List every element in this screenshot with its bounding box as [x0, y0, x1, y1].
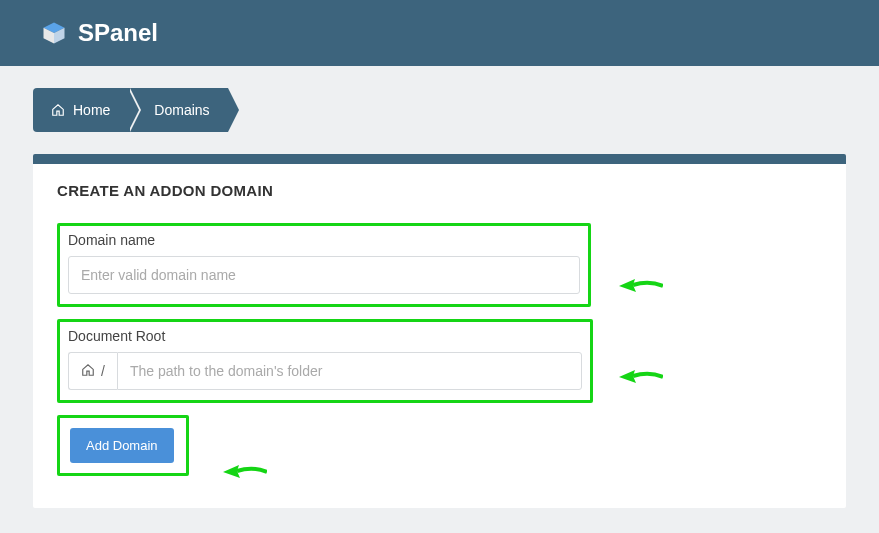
panel-title: CREATE AN ADDON DOMAIN: [57, 178, 822, 223]
document-root-prefix: /: [68, 352, 117, 390]
breadcrumb-current-label: Domains: [154, 102, 209, 118]
home-icon: [81, 363, 95, 380]
brand-logo[interactable]: SPanel: [40, 19, 158, 47]
document-root-label: Document Root: [68, 328, 582, 344]
path-separator: /: [101, 363, 105, 379]
home-icon: [51, 103, 65, 117]
breadcrumb: Home Domains: [33, 88, 879, 132]
domain-field-highlight: Domain name: [57, 223, 591, 307]
breadcrumb-home-label: Home: [73, 102, 110, 118]
form-panel: CREATE AN ADDON DOMAIN Domain name Docum…: [33, 154, 846, 508]
spanel-icon: [40, 19, 68, 47]
button-highlight: Add Domain: [57, 415, 189, 476]
breadcrumb-current[interactable]: Domains: [128, 88, 227, 132]
domain-name-input[interactable]: [68, 256, 580, 294]
annotation-arrow-icon: [619, 278, 663, 294]
docroot-field-highlight: Document Root /: [57, 319, 593, 403]
domain-name-label: Domain name: [68, 232, 580, 248]
annotation-arrow-icon: [223, 464, 267, 480]
document-root-group: /: [68, 352, 582, 390]
header: SPanel: [0, 0, 879, 66]
document-root-input[interactable]: [117, 352, 582, 390]
annotation-arrow-icon: [619, 369, 663, 385]
breadcrumb-home[interactable]: Home: [33, 88, 128, 132]
add-domain-button[interactable]: Add Domain: [70, 428, 174, 463]
brand-text: SPanel: [78, 19, 158, 47]
